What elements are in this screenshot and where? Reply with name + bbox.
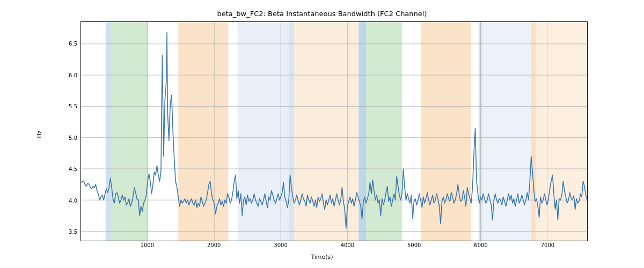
y-tick-label: 6.0 [69,72,77,78]
region-band [289,22,294,241]
plot-svg [81,22,587,241]
region-band [366,22,402,241]
x-tick-label: 6000 [474,242,487,248]
y-tick-label: 5.5 [69,103,77,109]
chart-title: beta_bw_FC2: Beta Instantaneous Bandwidt… [0,10,644,18]
y-tick-label: 6.5 [69,41,77,47]
region-band [238,22,289,241]
x-tick-label: 7000 [541,242,554,248]
y-tick-label: 5.0 [69,135,77,140]
x-tick-label: 4000 [341,242,354,248]
region-band [482,22,531,241]
y-tick-labels: 3.54.04.55.05.56.06.5 [0,21,77,241]
x-tick-label: 1000 [141,242,154,248]
y-tick-label: 4.5 [69,166,77,172]
region-band [178,22,228,241]
x-tick-label: 2000 [207,242,221,248]
x-axis-label: Time(s) [0,254,644,260]
region-band [536,22,587,241]
plot-area [80,21,588,241]
region-band [531,22,536,241]
x-tick-label: 5000 [407,242,421,248]
region-band [106,22,111,241]
region-band [294,22,358,241]
region-band [358,22,366,241]
y-tick-label: 3.5 [69,229,77,235]
chart-figure: beta_bw_FC2: Beta Instantaneous Bandwidt… [0,0,644,268]
region-band [421,22,471,241]
x-tick-label: 3000 [274,242,287,248]
x-tick-labels: 1000200030004000500060007000 [80,242,588,250]
y-tick-label: 4.0 [69,197,77,203]
